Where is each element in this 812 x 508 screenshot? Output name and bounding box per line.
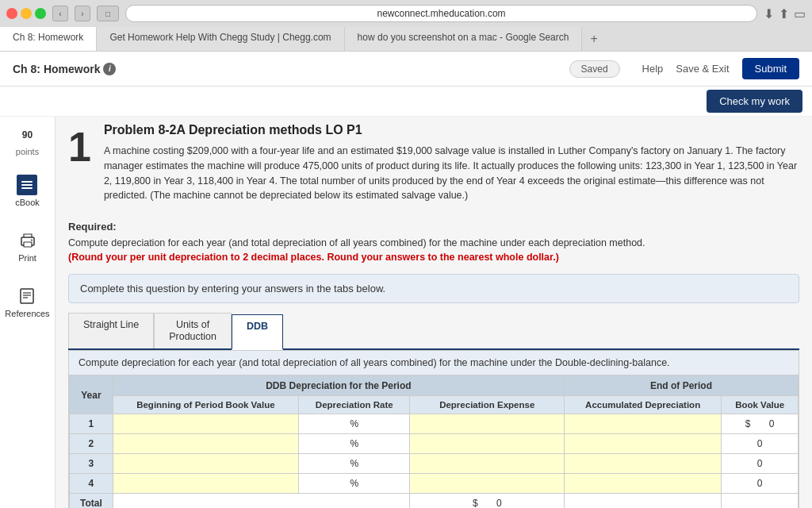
sidebar: 90 points cBook [0,117,56,508]
app-title: Ch 8: Homework i [13,63,116,75]
accumulated-value-2[interactable] [566,437,719,451]
print-icon [17,229,39,252]
svg-rect-3 [21,289,33,303]
share-icon[interactable]: ⬆ [779,6,789,21]
required-label: Required: [68,221,799,233]
depreciation-table: Year DDB Depreciation for the Period End… [69,375,799,508]
expense-input-4[interactable] [410,474,565,494]
tab-google[interactable]: how do you screenshot on a mac - Google … [345,27,583,51]
total-expense-cell: $ 0 [410,494,565,509]
rate-header: Depreciation Rate [299,396,410,414]
expense-input-3[interactable] [410,454,565,474]
expense-value-1[interactable] [412,417,562,431]
sidebar-item-print[interactable]: Print [12,225,44,267]
saved-badge: Saved [569,60,620,78]
accumulated-value-1[interactable] [566,417,719,431]
points-value: 90 [22,129,33,140]
minimize-btn[interactable] [21,8,32,19]
svg-rect-1 [24,242,32,247]
total-empty-3 [722,494,799,509]
table-row: 2 % 0 [70,434,799,454]
year-4: 4 [70,474,113,494]
end-of-period-header: End of Period [565,376,799,396]
beginning-value-3[interactable] [115,456,297,471]
accumulated-input-1[interactable] [565,414,722,434]
book-value-cell-1: $ 0 [722,414,799,434]
book-icon [16,174,38,196]
accumulated-value-3[interactable] [566,456,719,471]
back-arrow[interactable]: ‹ [52,6,68,21]
new-tab-btn[interactable]: + [582,27,605,51]
browser-tabs: Ch 8: Homework Get Homework Help With Ch… [0,27,812,51]
accumulated-input-3[interactable] [565,454,722,474]
beginning-input-2[interactable] [113,434,298,454]
app-header: Ch 8: Homework i Saved Help Save & Exit … [0,52,812,87]
problem-body: A machine costing $209,000 with a four-y… [104,144,799,203]
cbook-label: cBook [15,198,40,207]
question-box: Complete this question by entering your … [68,274,799,303]
table-description: Compute depreciation for each year (and … [69,351,799,375]
info-icon[interactable]: i [103,63,116,75]
tab-chegg[interactable]: Get Homework Help With Chegg Study | Che… [97,27,344,51]
tab-units-of-production[interactable]: Units of Production [154,313,232,348]
instruction-text: Compute depreciation for each year (and … [68,237,799,248]
expense-value-3[interactable] [412,456,562,471]
help-link[interactable]: Help [642,63,664,75]
svg-point-2 [31,240,33,241]
problem-number: 1 [68,126,91,167]
expense-header: Depreciation Expense [410,396,565,414]
book-value-header: Book Value [722,396,799,414]
save-exit-link[interactable]: Save & Exit [676,63,729,75]
forward-arrow[interactable]: › [75,6,90,21]
total-empty-1 [113,494,410,509]
rate-cell-1: % [299,414,410,434]
references-icon [16,285,38,307]
window-btn[interactable]: □ [97,6,119,21]
fullscreen-icon[interactable]: ▭ [794,6,806,21]
highlight-text: (Round your per unit depreciation to 2 d… [68,252,799,263]
beginning-input-4[interactable] [113,474,298,494]
table-section: Compute depreciation for each year (and … [68,350,799,508]
beginning-value-1[interactable] [115,417,297,431]
header-actions: Help Save & Exit Submit [642,58,799,79]
rate-cell-2: % [299,434,410,454]
tab-ddb[interactable]: DDB [232,314,283,350]
accumulated-input-4[interactable] [565,474,722,494]
main-content: 90 points cBook [0,117,812,508]
rate-cell-3: % [299,454,410,474]
tab-homework[interactable]: Ch 8: Homework [0,27,97,51]
expense-value-4[interactable] [412,476,562,491]
ddb-depreciation-header: DDB Depreciation for the Period [113,376,564,396]
accumulated-input-2[interactable] [565,434,722,454]
expense-value-2[interactable] [412,437,562,451]
address-bar[interactable]: newconnect.mheducation.com [125,5,757,22]
app-title-text: Ch 8: Homework [13,63,100,75]
book-value-cell-2: 0 [722,434,799,454]
references-label: References [5,309,49,318]
download-icon[interactable]: ⬇ [764,6,774,21]
sidebar-item-cbook[interactable]: cBook [10,169,44,212]
sidebar-item-references[interactable]: References [0,280,54,323]
browser-chrome: ‹ › □ newconnect.mheducation.com ⬇ ⬆ ▭ C… [0,0,812,52]
year-2: 2 [70,434,113,454]
beginning-input-1[interactable] [113,414,298,434]
expense-input-2[interactable] [410,434,565,454]
tab-straight-line[interactable]: Straight Line [68,313,154,348]
year-1: 1 [70,414,113,434]
maximize-btn[interactable] [35,8,46,19]
beginning-value-4[interactable] [115,476,297,491]
close-btn[interactable] [6,8,17,19]
table-row-total: Total $ 0 [70,494,799,509]
table-row: 1 % $ 0 [70,414,799,434]
problem-title: Problem 8-2A Depreciation methods LO P1 [104,123,799,137]
book-value-cell-4: 0 [722,474,799,494]
beginning-input-3[interactable] [113,454,298,474]
submit-button[interactable]: Submit [742,58,799,79]
check-my-work-button[interactable]: Check my work [707,90,802,113]
table-row: 3 % 0 [70,454,799,474]
problem-header: Problem 8-2A Depreciation methods LO P1 … [104,123,799,213]
beginning-value-2[interactable] [115,437,297,451]
expense-input-1[interactable] [410,414,565,434]
accumulated-value-4[interactable] [566,476,719,491]
year-header: Year [70,376,113,414]
